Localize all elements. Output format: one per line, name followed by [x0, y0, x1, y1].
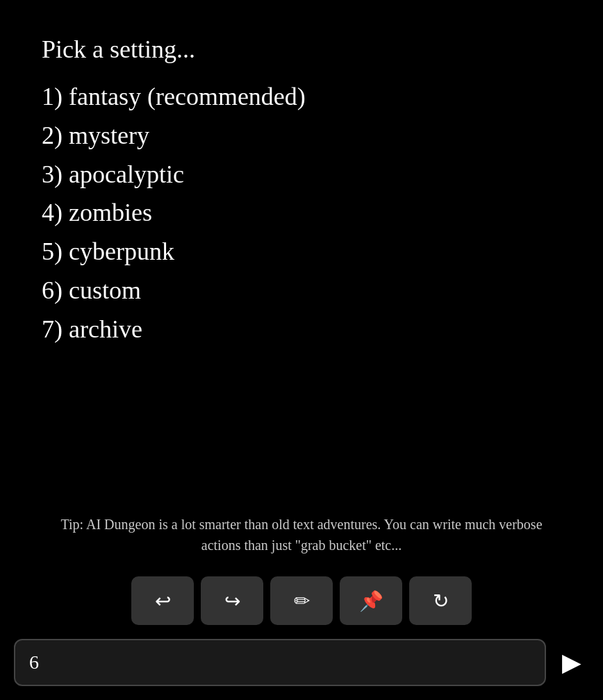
action-input[interactable]	[14, 639, 546, 686]
redo-button[interactable]: ↪	[201, 576, 263, 625]
retry-icon: ↻	[433, 590, 449, 612]
menu-item-3[interactable]: 3) apocalyptic	[42, 156, 561, 194]
undo-icon: ↩	[155, 590, 171, 612]
edit-icon: ✏	[294, 590, 310, 612]
menu-item-6[interactable]: 6) custom	[42, 272, 561, 310]
input-row: ▶	[0, 632, 603, 700]
main-content: Pick a setting... 1) fantasy (recommende…	[0, 0, 603, 493]
menu-item-5[interactable]: 5) cyberpunk	[42, 233, 561, 272]
menu-item-4[interactable]: 4) zombies	[42, 194, 561, 233]
prompt-title: Pick a setting...	[42, 35, 561, 64]
pin-button[interactable]: 📌	[340, 576, 402, 625]
pin-icon: 📌	[359, 590, 383, 612]
send-button[interactable]: ▶	[554, 645, 589, 680]
menu-item-7[interactable]: 7) archive	[42, 310, 561, 349]
redo-icon: ↪	[224, 590, 240, 612]
tip-text: Tip: AI Dungeon is a lot smarter than ol…	[42, 514, 561, 556]
menu-list: 1) fantasy (recommended)2) mystery3) apo…	[42, 78, 561, 349]
tip-section: Tip: AI Dungeon is a lot smarter than ol…	[0, 493, 603, 569]
retry-button[interactable]: ↻	[409, 576, 472, 625]
menu-item-2[interactable]: 2) mystery	[42, 117, 561, 156]
toolbar: ↩ ↪ ✏ 📌 ↻	[0, 569, 603, 632]
menu-item-1[interactable]: 1) fantasy (recommended)	[42, 78, 561, 117]
undo-button[interactable]: ↩	[131, 576, 194, 625]
send-icon: ▶	[562, 648, 581, 677]
edit-button[interactable]: ✏	[270, 576, 333, 625]
